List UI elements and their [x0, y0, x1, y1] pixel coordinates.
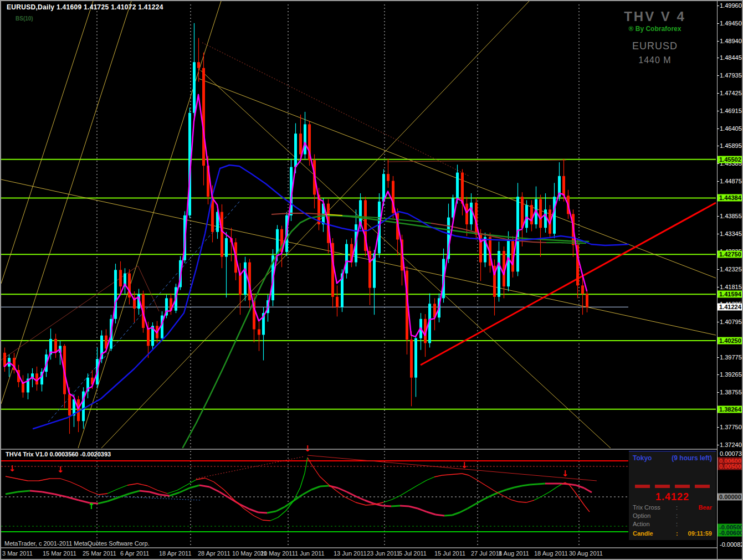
candle-body — [387, 174, 390, 181]
date-tick-label: 3 Mar 2011 — [2, 550, 33, 557]
axis-tick — [717, 357, 719, 358]
coral-trend-line — [533, 242, 546, 243]
candle-body — [507, 240, 510, 286]
trix-main-line — [276, 507, 285, 511]
candle-body — [304, 124, 306, 154]
trix-signal-line — [427, 477, 434, 480]
trix-cross-value: Bear — [684, 504, 712, 511]
candle-body — [119, 270, 122, 286]
date-tick-label: 25 Mar 2011 — [83, 550, 116, 557]
price-tick-label: 1.44875 — [720, 178, 742, 184]
trix-signal-line — [305, 458, 308, 473]
trix-signal-line — [270, 517, 278, 521]
sr-level-price-badge: 1.38264 — [718, 405, 743, 413]
candle-label: Candle — [633, 530, 676, 537]
trix-signal-line — [462, 474, 469, 475]
candle-body — [498, 251, 500, 297]
trix-main-line — [468, 504, 475, 508]
candle-body — [544, 209, 547, 228]
date-tick-label: 27 Jul 2011 — [471, 550, 502, 557]
trix-signal-line — [434, 475, 442, 477]
candle-body — [68, 394, 71, 416]
trend-dash-indicator — [675, 485, 690, 488]
trix-level-badge: 0.00000 — [718, 494, 743, 501]
axis-tick — [717, 111, 719, 111]
trix-main-line — [311, 486, 320, 490]
trix-main-line — [303, 490, 311, 495]
thv-logo-block: THV V 4 ® By Cobraforex EURUSD 1440 M — [597, 9, 713, 65]
action-label: Action — [633, 521, 676, 527]
trix-cross-label: Trix Cross — [633, 504, 676, 511]
candle-body — [202, 68, 205, 166]
axis-tick — [717, 269, 719, 270]
price-axis-border — [717, 1, 718, 560]
trix-main-line — [160, 495, 170, 496]
candle-body — [530, 205, 533, 224]
trix-signal-line — [503, 496, 511, 500]
trix-signal-line — [366, 505, 373, 505]
trix-main-line — [427, 512, 435, 515]
candle-body — [414, 338, 417, 378]
candle-body — [193, 62, 196, 113]
trix-signal-line — [99, 494, 107, 495]
trix-signal-line — [39, 479, 50, 481]
sr-level-price-badge: 1.45502 — [718, 156, 743, 163]
price-tick-label: 1.38755 — [720, 389, 742, 395]
candle-body — [244, 263, 247, 295]
axis-tick — [717, 445, 719, 445]
trix-scale-label: 0.0007356 — [720, 450, 743, 457]
candle-countdown-value: 09:11:59 — [684, 530, 712, 537]
trix-signal-line — [278, 511, 286, 517]
trix-signal-line — [542, 492, 550, 496]
trix-signal-line — [336, 491, 345, 497]
trix-main-line — [249, 509, 258, 512]
trix-signal-line — [205, 478, 214, 482]
price-tick-label: 1.49450 — [720, 20, 742, 27]
panel-divider-bottom — [1, 547, 717, 548]
candle-body — [225, 238, 228, 257]
candle-body — [521, 197, 524, 228]
candle-body — [258, 329, 260, 335]
trix-subwindow-title: THV4 Trix V1.0 0.0003560 -0.0020393 — [6, 451, 111, 458]
trix-signal-line — [147, 486, 157, 490]
candle-body — [553, 197, 556, 234]
trix-signal-line — [107, 489, 117, 494]
candle-body — [586, 294, 588, 307]
candle-body — [336, 297, 339, 307]
trix-divergence-line — [308, 455, 597, 481]
trix-main-line — [189, 485, 199, 488]
date-tick-label: 15 Mar 2011 — [43, 550, 76, 557]
trix-signal-line — [117, 485, 127, 489]
copyright-text: MetaTrader, c 2001-2011 MetaQuotes Softw… — [4, 540, 150, 547]
trix-signal-line — [408, 485, 418, 491]
trix-main-line — [452, 512, 460, 515]
trix-signal-line — [418, 480, 427, 485]
axis-tick — [717, 392, 719, 393]
candle-body — [54, 339, 57, 353]
trix-main-line — [347, 492, 356, 496]
trix-main-line — [42, 492, 54, 494]
panel-divider-top[interactable] — [1, 449, 717, 450]
trix-main-line — [475, 500, 483, 504]
candle-timer-row: Candle : 09:11:59 — [629, 530, 716, 537]
axis-tick — [717, 234, 719, 234]
trix-main-line — [18, 491, 30, 492]
axis-tick — [717, 93, 719, 94]
trix-signal-line — [345, 497, 356, 502]
action-value — [684, 521, 712, 527]
trix-main-line — [150, 492, 160, 495]
trend-dash-indicator — [695, 485, 710, 488]
axis-tick — [717, 374, 719, 375]
candle-body — [294, 133, 297, 167]
trix-signal-line — [187, 480, 196, 485]
date-tick-label: 8 Aug 2011 — [499, 550, 529, 557]
price-tick-label: 1.40795 — [720, 318, 742, 325]
trix-signal-line — [519, 502, 526, 502]
trix-main-line — [170, 492, 180, 496]
trix-main-line — [514, 486, 522, 487]
trix-main-line — [537, 484, 545, 484]
date-tick-label: 13 Jun 2011 — [334, 550, 367, 557]
trix-signal-line — [196, 478, 205, 480]
trix-main-line — [506, 487, 514, 490]
trix-signal-line — [550, 487, 556, 492]
